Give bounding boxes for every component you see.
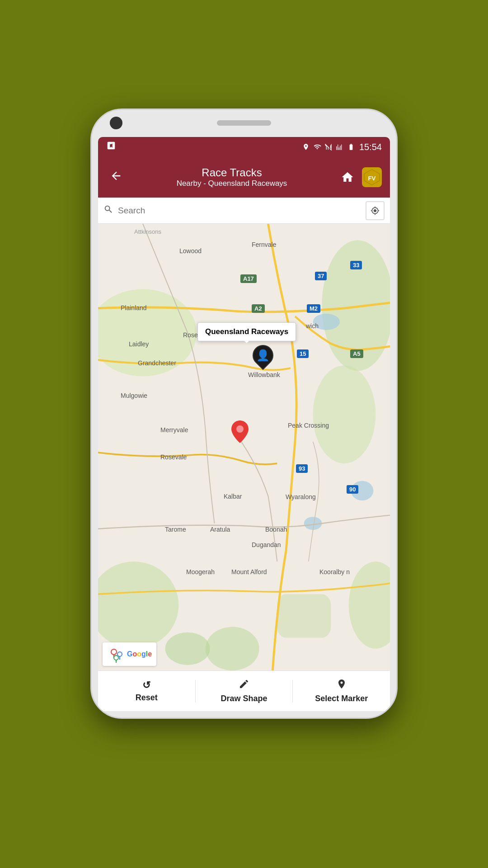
phone-body: 15:54 Race Tracks Nearby - Queensland Ra… bbox=[90, 108, 398, 719]
app-title-main: Race Tracks bbox=[126, 166, 338, 179]
route-badge-m2: M2 bbox=[307, 304, 320, 313]
map-callout[interactable]: Queensland Raceways bbox=[197, 322, 296, 341]
phone-speaker bbox=[217, 120, 271, 126]
map-label-laidley: Laidley bbox=[129, 340, 149, 348]
search-icon bbox=[103, 204, 113, 217]
map-label-tarome: Tarome bbox=[165, 526, 186, 533]
search-bar bbox=[98, 198, 390, 224]
map-label-rosevale: Rosevale bbox=[160, 453, 187, 461]
reset-button[interactable]: ↺ Reset bbox=[98, 671, 195, 711]
app-bar-actions: FV bbox=[338, 167, 382, 187]
route-badge-a5: A5 bbox=[350, 349, 363, 358]
svg-point-8 bbox=[206, 627, 259, 670]
map-label-wyaralong: Wyaralong bbox=[286, 493, 316, 500]
map-label-dugandan: Dugandan bbox=[252, 541, 281, 548]
location-button[interactable] bbox=[366, 201, 385, 220]
reset-label: Reset bbox=[136, 693, 158, 703]
map-label-fernvale: Fernvale bbox=[252, 241, 276, 248]
fv-badge[interactable]: FV bbox=[362, 167, 382, 187]
app-bar: Race Tracks Nearby - Queensland Raceways… bbox=[98, 157, 390, 198]
draw-shape-icon bbox=[239, 679, 249, 692]
route-badge-15: 15 bbox=[297, 349, 309, 358]
status-time: 15:54 bbox=[359, 142, 382, 152]
map-label-kooralby: Kooralby n bbox=[319, 568, 350, 576]
select-marker-button[interactable]: Select Marker bbox=[293, 671, 390, 711]
phone-notch bbox=[92, 110, 396, 136]
map-label-attkinsons: Attkinsons bbox=[134, 228, 161, 235]
map-label-boonah: Boonah bbox=[265, 526, 287, 533]
person-marker[interactable]: 👤 bbox=[253, 345, 273, 366]
status-bar: 15:54 bbox=[98, 137, 390, 157]
map-label-plainland: Plainland bbox=[121, 304, 147, 311]
map-label-aratula: Aratula bbox=[210, 526, 230, 533]
reset-icon: ↺ bbox=[142, 679, 150, 691]
app-bar-title: Race Tracks Nearby - Queensland Raceways bbox=[126, 166, 338, 188]
map-label-grandchester: Grandchester bbox=[138, 359, 176, 367]
svg-text:FV: FV bbox=[368, 175, 376, 182]
route-badge-a17: A17 bbox=[240, 274, 257, 283]
map-label-willowbank: Willowbank bbox=[248, 371, 280, 378]
red-map-pin[interactable] bbox=[231, 420, 249, 445]
search-input[interactable] bbox=[118, 206, 366, 216]
draw-shape-label: Draw Shape bbox=[221, 694, 267, 703]
map-label-ipswich: wich bbox=[306, 322, 319, 330]
map-label-lowood: Lowood bbox=[179, 247, 202, 255]
map-label-mulgowie: Mulgowie bbox=[121, 392, 147, 399]
status-right-icons: 15:54 bbox=[302, 142, 382, 152]
home-button[interactable] bbox=[338, 167, 357, 187]
draw-shape-button[interactable]: Draw Shape bbox=[196, 671, 293, 711]
phone-screen: 15:54 Race Tracks Nearby - Queensland Ra… bbox=[98, 137, 390, 711]
map-svg bbox=[98, 224, 390, 670]
svg-rect-10 bbox=[277, 594, 331, 637]
map-label-mount-alford: Mount Alford bbox=[231, 568, 267, 576]
route-badge-33: 33 bbox=[350, 261, 362, 269]
map-area[interactable]: Attkinsons Lowood Fernvale Plainland wic… bbox=[98, 224, 390, 670]
route-badge-90: 90 bbox=[347, 485, 358, 494]
select-marker-icon bbox=[336, 679, 347, 692]
svg-point-19 bbox=[114, 656, 118, 660]
map-label-kalbar: Kalbar bbox=[224, 493, 242, 500]
phone-camera bbox=[110, 117, 122, 129]
map-label-peak-crossing: Peak Crossing bbox=[288, 422, 329, 429]
route-badge-37: 37 bbox=[315, 272, 327, 280]
svg-point-17 bbox=[117, 652, 122, 656]
svg-point-14 bbox=[236, 425, 244, 433]
map-label-moogerah: Moogerah bbox=[186, 568, 215, 576]
bottom-bar: ↺ Reset Draw Shape Select Marker bbox=[98, 670, 390, 711]
google-logo: Google bbox=[103, 642, 156, 666]
route-badge-a2: A2 bbox=[252, 304, 265, 313]
route-badge-93: 93 bbox=[296, 464, 308, 473]
back-button[interactable] bbox=[106, 166, 126, 189]
svg-point-15 bbox=[111, 649, 117, 655]
status-app-icon bbox=[106, 141, 116, 153]
svg-point-9 bbox=[165, 632, 210, 665]
phone-wrapper: 15:54 Race Tracks Nearby - Queensland Ra… bbox=[90, 108, 398, 823]
map-label-merryvale: Merryvale bbox=[160, 426, 188, 434]
select-marker-label: Select Marker bbox=[315, 694, 368, 703]
app-title-sub: Nearby - Queensland Raceways bbox=[126, 179, 338, 188]
svg-point-5 bbox=[313, 365, 376, 463]
